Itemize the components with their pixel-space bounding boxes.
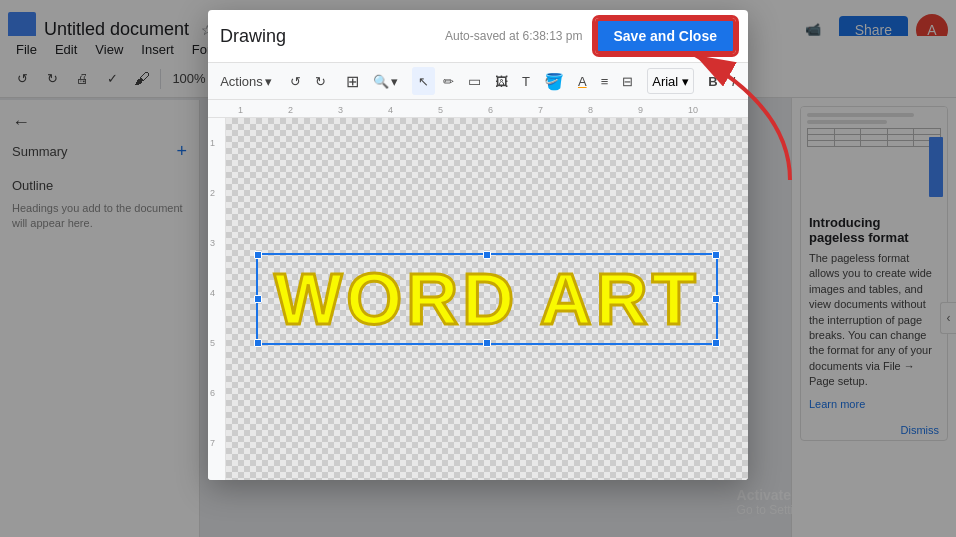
dt-italic-btn[interactable]: I: [726, 67, 742, 95]
actions-chevron-icon: ▾: [265, 74, 272, 89]
handle-mid-left[interactable]: [254, 295, 262, 303]
autosave-text: Auto-saved at 6:38:13 pm: [445, 29, 582, 43]
dt-grid-btn[interactable]: ⊟: [616, 67, 639, 95]
drawing-toolbar: Actions ▾ ↺ ↻ ⊞ 🔍 ▾ ↖ ✏ ▭ 🖼 T 🪣 A ≡ ⊟: [208, 63, 748, 100]
actions-btn[interactable]: Actions ▾: [216, 67, 276, 95]
ruler-left-7: 7: [210, 438, 215, 448]
ruler-left-4: 4: [210, 288, 215, 298]
drawing-dialog: Drawing Auto-saved at 6:38:13 pm Save an…: [208, 10, 748, 480]
ruler-tick-2: 2: [288, 105, 293, 115]
dt-text-btn[interactable]: T: [516, 67, 536, 95]
ruler-tick-3: 3: [338, 105, 343, 115]
ruler-left-3: 3: [210, 238, 215, 248]
dt-line-color-btn[interactable]: A: [572, 67, 593, 95]
handle-bot-center[interactable]: [483, 339, 491, 347]
ruler-tick-7: 7: [538, 105, 543, 115]
dt-more-btn[interactable]: ⋮: [743, 67, 748, 95]
dt-shape-btn[interactable]: ▭: [462, 67, 487, 95]
ruler-left-6: 6: [210, 388, 215, 398]
ruler-tick-6: 6: [488, 105, 493, 115]
dt-redo-btn[interactable]: ↻: [309, 67, 332, 95]
canvas-content[interactable]: WORD ART: [226, 118, 748, 480]
ruler-left-5: 5: [210, 338, 215, 348]
dt-fill-btn[interactable]: 🪣: [538, 67, 570, 95]
dt-cursor-btn[interactable]: ↖: [412, 67, 435, 95]
handle-top-center[interactable]: [483, 251, 491, 259]
handle-bot-right[interactable]: [712, 339, 720, 347]
font-chevron-icon: ▾: [682, 74, 689, 89]
handle-bot-left[interactable]: [254, 339, 262, 347]
drawing-canvas[interactable]: 1 2 3 4 5 6 7 8 9 10 1 2 3 4 5 6 7: [208, 100, 748, 480]
dialog-overlay: Drawing Auto-saved at 6:38:13 pm Save an…: [0, 0, 956, 537]
dt-image-btn[interactable]: 🖼: [489, 67, 514, 95]
handle-top-right[interactable]: [712, 251, 720, 259]
handle-mid-right[interactable]: [712, 295, 720, 303]
zoom-chevron: ▾: [391, 74, 398, 89]
ruler-tick-1: 1: [238, 105, 243, 115]
word-art-text: WORD ART: [274, 263, 699, 335]
dt-draw-btn[interactable]: ✏: [437, 67, 460, 95]
handle-top-left[interactable]: [254, 251, 262, 259]
ruler-tick-10: 10: [688, 105, 698, 115]
ruler-tick-5: 5: [438, 105, 443, 115]
ruler-left-2: 2: [210, 188, 215, 198]
font-selector[interactable]: Arial ▾: [647, 68, 694, 94]
ruler-tick-4: 4: [388, 105, 393, 115]
font-label: Arial: [652, 74, 678, 89]
ruler-tick-9: 9: [638, 105, 643, 115]
dialog-title: Drawing: [220, 26, 286, 47]
dt-undo-btn[interactable]: ↺: [284, 67, 307, 95]
ruler-tick-8: 8: [588, 105, 593, 115]
dt-bold-btn[interactable]: B: [702, 67, 723, 95]
dialog-header: Drawing Auto-saved at 6:38:13 pm Save an…: [208, 10, 748, 63]
ruler-left-1: 1: [210, 138, 215, 148]
dt-align-btn[interactable]: ≡: [595, 67, 615, 95]
save-close-button[interactable]: Save and Close: [595, 18, 737, 54]
actions-label: Actions: [220, 74, 263, 89]
word-art-selection[interactable]: WORD ART: [256, 253, 717, 345]
dt-zoom-btn[interactable]: 🔍 ▾: [367, 67, 404, 95]
ruler-left: 1 2 3 4 5 6 7: [208, 118, 226, 480]
ruler-top: 1 2 3 4 5 6 7 8 9 10: [208, 100, 748, 118]
dt-snap-btn[interactable]: ⊞: [340, 67, 365, 95]
zoom-icon: 🔍: [373, 74, 389, 89]
